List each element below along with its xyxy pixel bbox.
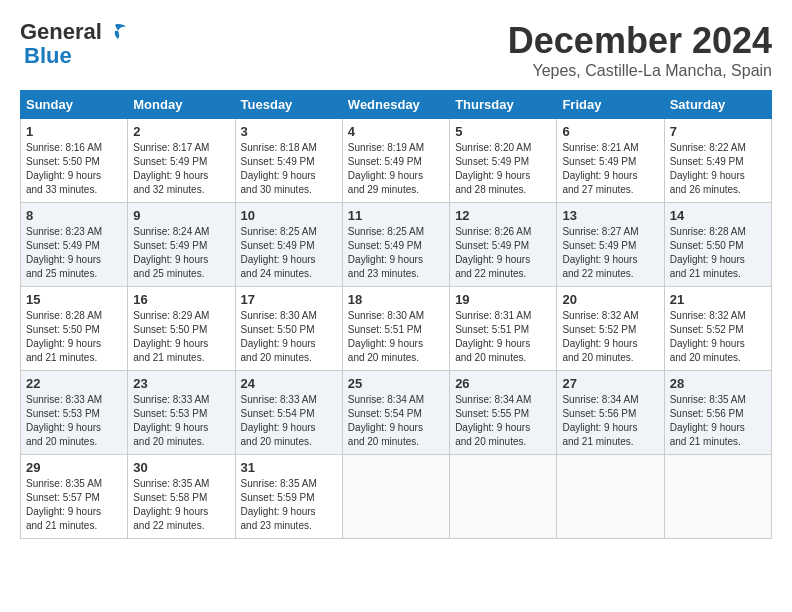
day-number: 11 — [348, 208, 444, 223]
calendar-cell: 15Sunrise: 8:28 AM Sunset: 5:50 PM Dayli… — [21, 287, 128, 371]
calendar-cell: 28Sunrise: 8:35 AM Sunset: 5:56 PM Dayli… — [664, 371, 771, 455]
day-number: 12 — [455, 208, 551, 223]
day-number: 30 — [133, 460, 229, 475]
day-number: 14 — [670, 208, 766, 223]
weekday-header-friday: Friday — [557, 91, 664, 119]
day-number: 9 — [133, 208, 229, 223]
month-title: December 2024 — [508, 20, 772, 62]
calendar-body: 1Sunrise: 8:16 AM Sunset: 5:50 PM Daylig… — [21, 119, 772, 539]
calendar-cell: 6Sunrise: 8:21 AM Sunset: 5:49 PM Daylig… — [557, 119, 664, 203]
day-info: Sunrise: 8:34 AM Sunset: 5:54 PM Dayligh… — [348, 393, 444, 449]
calendar-cell: 20Sunrise: 8:32 AM Sunset: 5:52 PM Dayli… — [557, 287, 664, 371]
day-info: Sunrise: 8:33 AM Sunset: 5:54 PM Dayligh… — [241, 393, 337, 449]
calendar-cell: 21Sunrise: 8:32 AM Sunset: 5:52 PM Dayli… — [664, 287, 771, 371]
calendar-cell: 1Sunrise: 8:16 AM Sunset: 5:50 PM Daylig… — [21, 119, 128, 203]
day-number: 28 — [670, 376, 766, 391]
day-info: Sunrise: 8:35 AM Sunset: 5:58 PM Dayligh… — [133, 477, 229, 533]
day-info: Sunrise: 8:26 AM Sunset: 5:49 PM Dayligh… — [455, 225, 551, 281]
calendar-cell: 23Sunrise: 8:33 AM Sunset: 5:53 PM Dayli… — [128, 371, 235, 455]
calendar-cell — [664, 455, 771, 539]
calendar-cell: 26Sunrise: 8:34 AM Sunset: 5:55 PM Dayli… — [450, 371, 557, 455]
day-info: Sunrise: 8:35 AM Sunset: 5:57 PM Dayligh… — [26, 477, 122, 533]
calendar-week-1: 1Sunrise: 8:16 AM Sunset: 5:50 PM Daylig… — [21, 119, 772, 203]
day-number: 18 — [348, 292, 444, 307]
logo-blue: Blue — [24, 44, 72, 68]
page-header: General Blue December 2024 Yepes, Castil… — [20, 20, 772, 80]
day-number: 17 — [241, 292, 337, 307]
calendar-cell: 16Sunrise: 8:29 AM Sunset: 5:50 PM Dayli… — [128, 287, 235, 371]
calendar-cell: 4Sunrise: 8:19 AM Sunset: 5:49 PM Daylig… — [342, 119, 449, 203]
calendar-table: SundayMondayTuesdayWednesdayThursdayFrid… — [20, 90, 772, 539]
day-number: 31 — [241, 460, 337, 475]
calendar-cell: 29Sunrise: 8:35 AM Sunset: 5:57 PM Dayli… — [21, 455, 128, 539]
calendar-cell: 7Sunrise: 8:22 AM Sunset: 5:49 PM Daylig… — [664, 119, 771, 203]
day-number: 6 — [562, 124, 658, 139]
day-info: Sunrise: 8:16 AM Sunset: 5:50 PM Dayligh… — [26, 141, 122, 197]
day-info: Sunrise: 8:19 AM Sunset: 5:49 PM Dayligh… — [348, 141, 444, 197]
calendar-week-4: 22Sunrise: 8:33 AM Sunset: 5:53 PM Dayli… — [21, 371, 772, 455]
calendar-cell — [557, 455, 664, 539]
location-subtitle: Yepes, Castille-La Mancha, Spain — [508, 62, 772, 80]
logo-general: General — [20, 20, 102, 44]
day-info: Sunrise: 8:23 AM Sunset: 5:49 PM Dayligh… — [26, 225, 122, 281]
weekday-header-sunday: Sunday — [21, 91, 128, 119]
calendar-cell: 27Sunrise: 8:34 AM Sunset: 5:56 PM Dayli… — [557, 371, 664, 455]
calendar-cell — [342, 455, 449, 539]
day-number: 15 — [26, 292, 122, 307]
day-info: Sunrise: 8:30 AM Sunset: 5:51 PM Dayligh… — [348, 309, 444, 365]
day-info: Sunrise: 8:34 AM Sunset: 5:56 PM Dayligh… — [562, 393, 658, 449]
calendar-cell: 31Sunrise: 8:35 AM Sunset: 5:59 PM Dayli… — [235, 455, 342, 539]
day-number: 13 — [562, 208, 658, 223]
day-number: 21 — [670, 292, 766, 307]
day-number: 1 — [26, 124, 122, 139]
day-info: Sunrise: 8:25 AM Sunset: 5:49 PM Dayligh… — [241, 225, 337, 281]
calendar-cell: 10Sunrise: 8:25 AM Sunset: 5:49 PM Dayli… — [235, 203, 342, 287]
day-info: Sunrise: 8:34 AM Sunset: 5:55 PM Dayligh… — [455, 393, 551, 449]
logo-bird-icon — [104, 23, 126, 41]
day-number: 23 — [133, 376, 229, 391]
calendar-cell: 25Sunrise: 8:34 AM Sunset: 5:54 PM Dayli… — [342, 371, 449, 455]
day-info: Sunrise: 8:24 AM Sunset: 5:49 PM Dayligh… — [133, 225, 229, 281]
calendar-cell: 3Sunrise: 8:18 AM Sunset: 5:49 PM Daylig… — [235, 119, 342, 203]
day-number: 24 — [241, 376, 337, 391]
day-info: Sunrise: 8:32 AM Sunset: 5:52 PM Dayligh… — [670, 309, 766, 365]
day-number: 3 — [241, 124, 337, 139]
day-info: Sunrise: 8:22 AM Sunset: 5:49 PM Dayligh… — [670, 141, 766, 197]
calendar-cell: 12Sunrise: 8:26 AM Sunset: 5:49 PM Dayli… — [450, 203, 557, 287]
calendar-cell: 18Sunrise: 8:30 AM Sunset: 5:51 PM Dayli… — [342, 287, 449, 371]
day-info: Sunrise: 8:33 AM Sunset: 5:53 PM Dayligh… — [26, 393, 122, 449]
weekday-header-row: SundayMondayTuesdayWednesdayThursdayFrid… — [21, 91, 772, 119]
day-info: Sunrise: 8:33 AM Sunset: 5:53 PM Dayligh… — [133, 393, 229, 449]
day-number: 4 — [348, 124, 444, 139]
day-info: Sunrise: 8:27 AM Sunset: 5:49 PM Dayligh… — [562, 225, 658, 281]
day-info: Sunrise: 8:28 AM Sunset: 5:50 PM Dayligh… — [26, 309, 122, 365]
day-info: Sunrise: 8:35 AM Sunset: 5:59 PM Dayligh… — [241, 477, 337, 533]
calendar-cell: 22Sunrise: 8:33 AM Sunset: 5:53 PM Dayli… — [21, 371, 128, 455]
title-section: December 2024 Yepes, Castille-La Mancha,… — [508, 20, 772, 80]
day-info: Sunrise: 8:35 AM Sunset: 5:56 PM Dayligh… — [670, 393, 766, 449]
logo: General Blue — [20, 20, 126, 68]
weekday-header-monday: Monday — [128, 91, 235, 119]
day-info: Sunrise: 8:28 AM Sunset: 5:50 PM Dayligh… — [670, 225, 766, 281]
day-number: 25 — [348, 376, 444, 391]
day-number: 27 — [562, 376, 658, 391]
calendar-cell: 19Sunrise: 8:31 AM Sunset: 5:51 PM Dayli… — [450, 287, 557, 371]
day-number: 8 — [26, 208, 122, 223]
day-number: 5 — [455, 124, 551, 139]
day-info: Sunrise: 8:30 AM Sunset: 5:50 PM Dayligh… — [241, 309, 337, 365]
calendar-cell: 2Sunrise: 8:17 AM Sunset: 5:49 PM Daylig… — [128, 119, 235, 203]
weekday-header-saturday: Saturday — [664, 91, 771, 119]
day-info: Sunrise: 8:32 AM Sunset: 5:52 PM Dayligh… — [562, 309, 658, 365]
weekday-header-tuesday: Tuesday — [235, 91, 342, 119]
calendar-cell: 11Sunrise: 8:25 AM Sunset: 5:49 PM Dayli… — [342, 203, 449, 287]
calendar-cell: 14Sunrise: 8:28 AM Sunset: 5:50 PM Dayli… — [664, 203, 771, 287]
calendar-cell: 24Sunrise: 8:33 AM Sunset: 5:54 PM Dayli… — [235, 371, 342, 455]
day-info: Sunrise: 8:29 AM Sunset: 5:50 PM Dayligh… — [133, 309, 229, 365]
calendar-cell — [450, 455, 557, 539]
calendar-cell: 30Sunrise: 8:35 AM Sunset: 5:58 PM Dayli… — [128, 455, 235, 539]
day-info: Sunrise: 8:20 AM Sunset: 5:49 PM Dayligh… — [455, 141, 551, 197]
day-number: 20 — [562, 292, 658, 307]
day-number: 19 — [455, 292, 551, 307]
calendar-cell: 5Sunrise: 8:20 AM Sunset: 5:49 PM Daylig… — [450, 119, 557, 203]
calendar-cell: 13Sunrise: 8:27 AM Sunset: 5:49 PM Dayli… — [557, 203, 664, 287]
